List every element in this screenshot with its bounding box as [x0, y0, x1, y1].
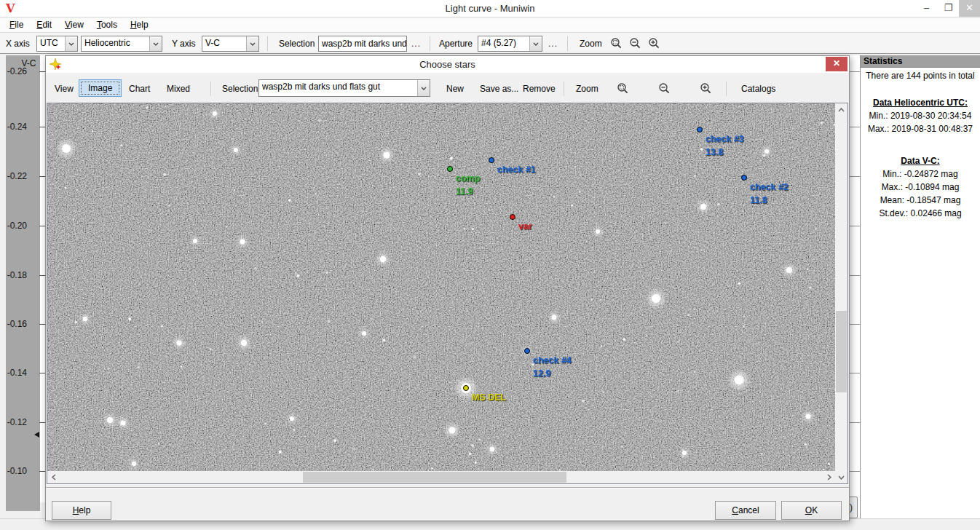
zoom-in-icon[interactable] [648, 37, 660, 50]
dialog-toolbar: View Image Chart Mixed Selection wasp2b … [46, 75, 849, 103]
y-axis-value: V-C [202, 36, 246, 51]
statistics-vc-max: Max.: -0.10894 mag [861, 182, 980, 192]
x-axis-mode-value: Heliocentric [82, 36, 149, 51]
scroll-up-arrow[interactable] [835, 103, 847, 116]
menu-edit[interactable]: Edit [30, 18, 58, 32]
minimize-button[interactable]: – [916, 0, 937, 17]
menu-tools[interactable]: Tools [90, 18, 124, 32]
view-button[interactable]: View [52, 80, 76, 98]
aperture-select[interactable]: #4 (5.27) [478, 36, 542, 52]
muniwin-window: V Light curve - Muniwin – ❐ ✕ File Edit … [0, 0, 980, 530]
zoom-out-icon[interactable] [629, 37, 641, 50]
check-4-marker[interactable] [524, 348, 530, 354]
statistics-utc-min: Min.: 2019-08-30 20:34:54 [861, 111, 980, 121]
y-axis-select[interactable]: V-C [202, 36, 259, 52]
axis-tick-label: -0.12 [0, 417, 27, 427]
dialog-separator [46, 487, 849, 489]
axis-tick-mark [850, 176, 860, 177]
horizontal-scroll-thumb[interactable] [303, 472, 566, 483]
menu-help[interactable]: Help [124, 18, 155, 32]
chevron-down-icon [149, 36, 162, 51]
axis-tick-mark [850, 275, 860, 276]
close-button[interactable]: ✕ [959, 0, 980, 17]
vertical-scroll-thumb[interactable] [836, 311, 847, 392]
dialog-selection-select[interactable]: wasp2b mit darks und flats gut [258, 79, 430, 97]
plot-y-axis: V-C -0.26-0.24-0.22-0.20-0.18-0.16-0.14-… [6, 55, 40, 511]
axis-tick-label: -0.22 [0, 171, 27, 181]
ms-del-marker[interactable] [463, 385, 469, 391]
chevron-down-icon [246, 36, 258, 51]
comp-marker[interactable] [447, 166, 453, 172]
chevron-down-icon [529, 36, 542, 51]
axis-tick-mark [850, 471, 860, 472]
x-axis-select[interactable]: UTC [36, 36, 78, 52]
catalogs-button[interactable]: Catalogs [738, 80, 778, 98]
check-2-label: check #2 [750, 182, 789, 192]
check-1-marker[interactable] [489, 157, 494, 163]
statistics-vc-mean: Mean: -0.18547 mag [861, 195, 980, 205]
toolbar-separator [726, 82, 727, 96]
axis-tick-mark [850, 373, 860, 373]
ok-button[interactable]: OK [781, 501, 842, 520]
y-axis-label: Y axis [172, 39, 195, 49]
plot-margin [40, 55, 45, 502]
scroll-left-arrow[interactable] [47, 471, 60, 483]
scroll-right-arrow[interactable] [823, 471, 835, 483]
statistics-utc-max: Max.: 2019-08-31 00:48:37 [861, 124, 980, 134]
x-axis-mode-select[interactable]: Heliocentric [81, 36, 162, 52]
star-field[interactable]: comp11.9check #1varcheck #313.8check #21… [47, 103, 835, 471]
mixed-tab-button[interactable]: Mixed [164, 80, 193, 98]
chart-tab-button[interactable]: Chart [126, 80, 153, 98]
toolbar-separator [210, 82, 211, 96]
image-frame: comp11.9check #1varcheck #313.8check #21… [47, 103, 848, 484]
axis-tick-label: -0.14 [0, 368, 27, 378]
zoom-out-icon[interactable] [658, 82, 671, 95]
statistics-total: There are 144 points in total [861, 71, 980, 81]
dialog-close-button[interactable]: ✕ [826, 57, 847, 71]
selection-more-button[interactable]: ... [411, 39, 421, 49]
check-4-magnitude: 12.9 [533, 368, 550, 379]
check-2-marker[interactable] [741, 175, 747, 181]
remove-button[interactable]: Remove [520, 80, 558, 98]
axis-tick-mark [850, 324, 860, 325]
statistics-vc-stdev: St.dev.: 0.02466 mag [861, 208, 980, 218]
aperture-more-button[interactable]: ... [548, 39, 558, 49]
main-toolbar: X axis UTC Heliocentric Y axis V-C Selec… [0, 32, 980, 54]
restore-button[interactable]: ❐ [938, 0, 959, 17]
selection-input[interactable]: wasp2b mit darks und flats gut [318, 36, 407, 52]
cancel-button[interactable]: Cancel [715, 501, 776, 520]
vertical-scrollbar[interactable] [835, 103, 847, 483]
statistics-panel: Statistics There are 144 points in total… [860, 55, 980, 530]
scroll-down-arrow[interactable] [835, 471, 847, 483]
menu-view[interactable]: View [58, 18, 90, 32]
menu-file[interactable]: File [3, 18, 30, 32]
axis-tick-label: -0.24 [0, 122, 27, 132]
axis-tick-mark [850, 422, 860, 423]
chevron-down-icon [417, 80, 430, 96]
check-4-label: check #4 [533, 355, 572, 365]
zoom-fit-icon[interactable] [617, 82, 629, 95]
horizontal-scrollbar[interactable] [47, 471, 835, 483]
chevron-down-icon [65, 36, 77, 51]
zoom-label: Zoom [580, 39, 602, 49]
toolbar-separator [430, 36, 430, 51]
axis-tick-mark [850, 71, 860, 72]
window-title: Light curve - Muniwin [0, 3, 980, 14]
help-button[interactable]: Help [52, 501, 111, 520]
dialog-selection-value: wasp2b mit darks und flats gut [259, 80, 417, 96]
dialog-title-bar: Choose stars ✕ [46, 56, 849, 73]
statistics-vc-heading: Data V-C: [861, 156, 980, 166]
check-1-label: check #1 [497, 165, 536, 175]
menu-bar: File Edit View Tools Help [0, 18, 980, 32]
check-3-marker[interactable] [697, 127, 703, 132]
zoom-in-icon[interactable] [700, 82, 712, 95]
zoom-fit-icon[interactable] [610, 37, 623, 50]
var-marker[interactable] [510, 214, 515, 220]
new-button[interactable]: New [443, 80, 467, 98]
check-3-magnitude: 13.8 [706, 147, 723, 157]
dialog-zoom-label: Zoom [573, 80, 601, 98]
save-as-button[interactable]: Save as... [477, 80, 521, 98]
toolbar-separator [267, 36, 268, 51]
image-tab-button[interactable]: Image [79, 79, 122, 97]
light-curve-right-margin [850, 55, 860, 517]
